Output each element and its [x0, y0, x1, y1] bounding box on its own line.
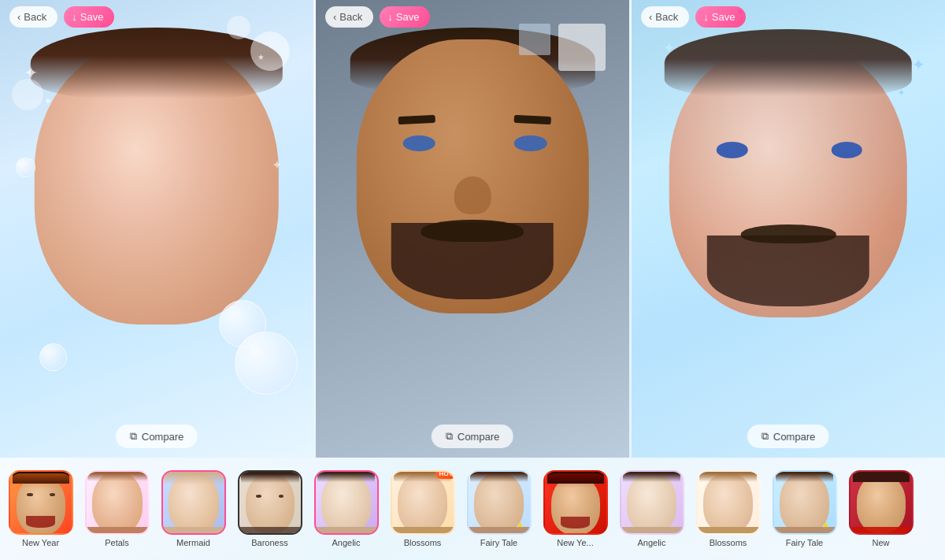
- filter-label-new-year-2: New Ye...: [557, 538, 593, 547]
- panel-right-compare-button[interactable]: ⧉ Compare: [747, 425, 829, 448]
- filter-label-blossoms-1: Blossoms: [404, 538, 442, 547]
- compare-label: Compare: [142, 431, 183, 443]
- save-icon-r: ↓: [703, 11, 709, 23]
- filter-item-angelic-1[interactable]: Angelic: [309, 470, 384, 547]
- panel-center-back-button[interactable]: ‹ Back: [325, 6, 373, 28]
- panel-center-save-button[interactable]: ↓ Save: [380, 6, 430, 28]
- panel-right: ✦ ✦ ⋆ ✦ ‹ Back ↓ Save ⧉ Compare: [632, 0, 945, 458]
- bubble-2: [39, 343, 67, 371]
- filter-label-fairy-tale-1: Fairy Tale: [480, 538, 517, 547]
- filter-scroll-container: New Year Petals: [0, 470, 945, 547]
- filter-item-petals[interactable]: Petals: [80, 470, 154, 547]
- filter-label-petals: Petals: [105, 538, 129, 547]
- panel-center-toolbar: ‹ Back ↓ Save: [316, 6, 629, 28]
- panel-center-image: [316, 0, 629, 458]
- bubble-4: [16, 158, 35, 177]
- save-label-r: Save: [712, 11, 736, 23]
- compare-icon-c: ⧉: [446, 430, 453, 443]
- sparkle-r3: ⋆: [651, 286, 658, 300]
- panel-right-toolbar: ‹ Back ↓ Save: [632, 6, 945, 28]
- panel-left-image: ✦ ✦ ✦ ⋆: [0, 0, 313, 458]
- panel-left-compare-button[interactable]: ⧉ Compare: [116, 425, 198, 448]
- filter-item-new-year-1[interactable]: New Year: [3, 470, 78, 547]
- back-arrow-icon: ‹: [17, 11, 20, 23]
- filter-item-blossoms-2[interactable]: Blossoms: [691, 470, 765, 547]
- save-icon: ↓: [72, 11, 77, 23]
- bg-element: [519, 24, 550, 55]
- compare-icon-r: ⧉: [762, 430, 769, 443]
- back-arrow-icon-c: ‹: [333, 11, 336, 23]
- compare-label-r: Compare: [773, 431, 815, 443]
- filter-item-mermaid[interactable]: Mermaid: [156, 470, 231, 547]
- sparkle-r1: ✦: [912, 55, 925, 74]
- filter-label-angelic-2: Angelic: [637, 538, 665, 547]
- back-label-c: Back: [339, 11, 362, 23]
- panels-container: ✦ ✦ ✦ ⋆ ‹ Back ↓ Save ⧉: [0, 0, 945, 458]
- panel-left-back-button[interactable]: ‹ Back: [9, 6, 57, 28]
- back-label-r: Back: [655, 11, 678, 23]
- filter-label-angelic-1: Angelic: [332, 538, 360, 547]
- filter-item-baroness[interactable]: Baroness: [232, 470, 307, 547]
- panel-center: ‹ Back ↓ Save ⧉ Compare: [316, 0, 629, 458]
- panel-left-save-button[interactable]: ↓ Save: [64, 6, 114, 28]
- back-arrow-icon-r: ‹: [649, 11, 652, 23]
- save-label: Save: [80, 11, 104, 23]
- filter-strip: New Year Petals: [0, 458, 945, 560]
- filter-item-new-year-2[interactable]: New Ye...: [538, 470, 613, 547]
- panel-right-save-button[interactable]: ↓ Save: [695, 6, 746, 28]
- panel-left-toolbar: ‹ Back ↓ Save: [0, 6, 313, 28]
- hot-badge-blossoms-1: HOT: [435, 470, 455, 479]
- back-label: Back: [24, 11, 46, 23]
- panel-left: ✦ ✦ ✦ ⋆ ‹ Back ↓ Save ⧉: [0, 0, 313, 458]
- bubble-3: [235, 332, 298, 395]
- save-icon-c: ↓: [387, 11, 393, 23]
- filter-label-mermaid: Mermaid: [176, 538, 210, 547]
- filter-label-baroness: Baroness: [251, 538, 287, 547]
- filter-item-angelic-2[interactable]: Angelic: [614, 470, 689, 547]
- filter-label-blossoms-2: Blossoms: [710, 538, 747, 547]
- filter-item-new[interactable]: New: [843, 470, 918, 547]
- filter-item-fairy-tale-1[interactable]: ★ Fairy Tale: [461, 470, 536, 547]
- filter-item-fairy-tale-2[interactable]: ★ Fairy Tale: [767, 470, 842, 547]
- filter-item-blossoms-1[interactable]: HOT Blossoms: [385, 470, 460, 547]
- compare-icon: ⧉: [130, 430, 137, 443]
- filter-label-new: New: [872, 538, 889, 547]
- filter-label-new-year-1: New Year: [22, 538, 59, 547]
- compare-label-c: Compare: [458, 431, 499, 443]
- panel-right-back-button[interactable]: ‹ Back: [641, 6, 689, 28]
- bg-frame: [558, 24, 606, 71]
- panel-center-compare-button[interactable]: ⧉ Compare: [432, 425, 513, 448]
- filter-label-fairy-tale-2: Fairy Tale: [786, 538, 823, 547]
- panel-right-image: ✦ ✦ ⋆ ✦: [632, 0, 945, 458]
- save-label-c: Save: [396, 11, 420, 23]
